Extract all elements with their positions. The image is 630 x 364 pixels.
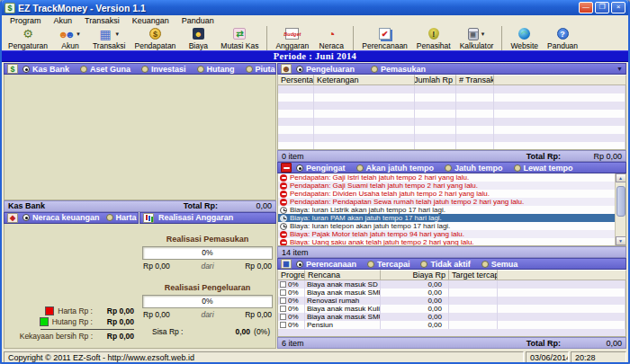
reminder-item[interactable]: Biaya: Iuran PAM akan jatuh tempo 17 har… xyxy=(278,214,615,222)
account-tab[interactable]: Aset Guna xyxy=(80,65,130,74)
minimize-button[interactable]: — xyxy=(579,2,593,13)
neraca-legend: Harta Rp : Rp 0,00 Hutang Rp : Rp 0,00 K… xyxy=(4,306,140,342)
flow-tab[interactable]: Pemasukan xyxy=(371,65,426,74)
menu-item[interactable]: Keuangan xyxy=(126,16,176,25)
maximize-button[interactable]: ❐ xyxy=(595,2,609,13)
plan-name: Pensiun xyxy=(305,321,381,329)
table-row-empty xyxy=(278,142,626,150)
toolbar-button[interactable]: ▼ Kalkulator xyxy=(455,26,499,50)
column-header[interactable]: Rencana xyxy=(305,270,381,280)
reminder-item[interactable]: Pendapatan: Dividen Usaha telah jatuh te… xyxy=(278,190,615,198)
sisa-label: Sisa Rp : xyxy=(152,327,184,336)
reminder-tab[interactable]: Akan jatuh tempo xyxy=(356,164,435,173)
plan-cost: 0,00 xyxy=(381,321,449,329)
reminder-text: Biaya: Uang saku anak telah jatuh tempo … xyxy=(290,238,474,246)
reminder-item[interactable]: Biaya: Uang saku anak telah jatuh tempo … xyxy=(278,238,615,246)
reminder-text: Biaya: Pajak Motor telah jatuh tempo 94 … xyxy=(290,230,464,238)
progress-value: 0% xyxy=(288,297,299,305)
dropdown-arrow-icon[interactable]: ▼ xyxy=(114,31,120,37)
toolbar-button[interactable]: ▼ Biaya xyxy=(180,26,216,50)
toolbar-button[interactable]: ▼ Panduan xyxy=(543,26,582,50)
reminder-tab[interactable]: Lewat tempo xyxy=(514,164,573,173)
reminder-item-count: 14 item xyxy=(282,248,309,257)
toolbar-button[interactable]: ▼ Website xyxy=(501,26,543,50)
toolbar-button[interactable]: ▼ Penasihat xyxy=(412,26,455,50)
toolbar-button-label: Perencanaan xyxy=(362,41,408,50)
account-tab[interactable]: Kas Bank xyxy=(22,65,69,74)
menu-item[interactable]: Panduan xyxy=(176,16,220,25)
dropdown-arrow-icon[interactable]: ▼ xyxy=(481,31,486,37)
menu-item[interactable]: Akun xyxy=(48,16,79,25)
kas-bank-content xyxy=(4,75,276,200)
scroll-down-icon[interactable]: ▼ xyxy=(616,236,626,245)
close-button[interactable]: × xyxy=(611,2,626,13)
plan-target xyxy=(449,305,498,313)
table-row-empty xyxy=(278,126,626,134)
column-header[interactable]: Biaya Rp xyxy=(381,270,449,280)
reminder-item[interactable]: Pendapatan: Gaji Istri telah jatuh tempo… xyxy=(278,173,615,182)
progress-checkbox[interactable] xyxy=(280,314,286,320)
scrollbar-thumb[interactable] xyxy=(616,186,626,217)
account-tab[interactable]: Investasi xyxy=(141,65,186,74)
neraca-tab[interactable]: Neraca keuangan xyxy=(22,213,100,222)
toolbar-button[interactable]: ▼ Akun xyxy=(52,26,88,50)
planning-tab[interactable]: Tidak aktif xyxy=(420,260,470,269)
planning-row[interactable]: 0% Biaya anak masuk SMU 0,00 xyxy=(278,313,626,321)
progress-checkbox[interactable] xyxy=(280,322,286,328)
toolbar-button[interactable]: ▼ Transaksi xyxy=(88,26,130,50)
reminder-item[interactable]: Pendapatan: Pendapatan Sewa rumah telah … xyxy=(278,198,615,206)
progress-checkbox[interactable] xyxy=(280,297,286,304)
planning-tab[interactable]: Semua xyxy=(482,260,518,269)
table-row-empty xyxy=(278,93,626,102)
flow-tab[interactable]: Pengeluaran xyxy=(296,65,355,74)
toolbar-button[interactable]: ▼ Perencanaan xyxy=(353,26,412,50)
reminder-item[interactable]: Biaya: Iuran Listrik akan jatuh tempo 17… xyxy=(278,206,615,214)
reminder-item[interactable]: Biaya: Iuran telepon akan jatuh tempo 17… xyxy=(278,222,615,230)
column-header[interactable]: Keterangan xyxy=(314,75,415,85)
radio-icon xyxy=(445,164,452,172)
planning-tab[interactable]: Perencanaan xyxy=(296,260,356,269)
planning-row[interactable]: 0% Renovasi rumah 0,00 xyxy=(278,297,626,305)
toolbar-button[interactable]: ▼ Neraca xyxy=(313,26,349,50)
planning-tab[interactable]: Tercapai xyxy=(367,260,410,269)
progress-value: 0% xyxy=(288,289,299,297)
toolbar-button-label: Anggaran xyxy=(275,41,309,50)
sisa-percent: (0%) xyxy=(254,327,270,336)
account-tab-label: Investasi xyxy=(151,65,186,74)
toolbar-button[interactable]: ▼ Mutasi Kas xyxy=(216,26,263,50)
planning-tab-label: Perencanaan xyxy=(306,260,356,269)
help-icon xyxy=(557,28,569,40)
toolbar-button-label: Neraca xyxy=(320,41,344,50)
reminder-item[interactable]: Pendapatan: Gaji Suami telah jatuh tempo… xyxy=(278,182,615,190)
menu-item[interactable]: Transaksi xyxy=(78,16,126,25)
reminder-tab-label: Lewat tempo xyxy=(524,164,573,173)
reminder-tab[interactable]: Jatuh tempo xyxy=(445,164,503,173)
account-tab[interactable]: Piutang xyxy=(246,65,276,74)
toolbar-button[interactable]: ▼ Pendapatan xyxy=(130,26,180,50)
reminder-item[interactable]: Biaya: Pajak Motor telah jatuh tempo 94 … xyxy=(278,230,615,238)
flow-dropdown-icon[interactable]: ▼ xyxy=(616,66,623,72)
planning-row[interactable]: 0% Pensiun 0,00 xyxy=(278,321,626,329)
column-header[interactable]: # Transaksi xyxy=(456,75,494,85)
column-header[interactable]: Target tercapai xyxy=(449,270,498,280)
progress-checkbox[interactable] xyxy=(280,289,286,296)
menu-item[interactable]: Program xyxy=(4,16,48,25)
toolbar-button[interactable]: ▼ Pengaturan xyxy=(4,26,52,50)
reminder-scrollbar[interactable]: ▲ ▼ xyxy=(615,173,626,245)
progress-checkbox[interactable] xyxy=(280,306,286,312)
reminder-text: Biaya: Iuran PAM akan jatuh tempo 17 har… xyxy=(290,214,442,222)
column-header[interactable]: Progress xyxy=(278,270,305,280)
planning-row[interactable]: 0% Biaya anak masuk SD 0,00 xyxy=(278,280,626,289)
column-header[interactable]: Jumlah Rp xyxy=(415,75,456,85)
neraca-tab[interactable]: Harta xyxy=(106,213,137,222)
scroll-up-icon[interactable]: ▲ xyxy=(616,173,626,182)
reminder-tab[interactable]: Pengingat xyxy=(296,164,346,173)
account-tab[interactable]: Hutang xyxy=(197,65,235,74)
column-header[interactable]: Persentase xyxy=(278,75,314,85)
planning-row[interactable]: 0% Biaya anak masuk Kuliah 0,00 xyxy=(278,305,626,313)
planning-row[interactable]: 0% Biaya anak masuk SMP 0,00 xyxy=(278,289,626,297)
progress-checkbox[interactable] xyxy=(280,281,286,288)
calculator-icon xyxy=(468,28,479,40)
toolbar-button[interactable]: ▼ Anggaran xyxy=(266,26,313,50)
dropdown-arrow-icon[interactable]: ▼ xyxy=(76,31,81,37)
